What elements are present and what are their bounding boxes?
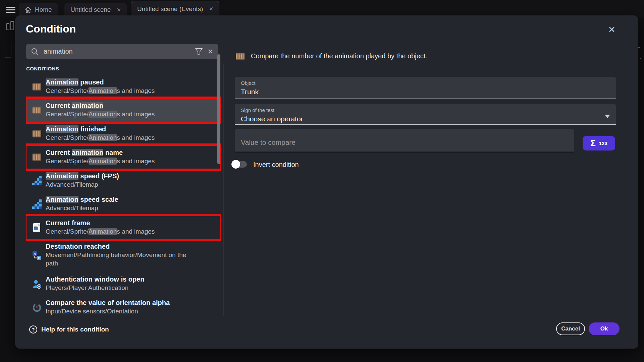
background-panel-edge (5, 42, 11, 58)
animation-icon (32, 106, 42, 115)
menu-icon[interactable] (6, 7, 15, 13)
condition-item-title: Authentication window is open (46, 275, 217, 284)
condition-item-path: Movement/Pathfinding behavior/Movement o… (46, 251, 217, 259)
list-section-header: CONDITIONS (26, 64, 221, 75)
condition-description: Compare the number of the animation play… (251, 52, 427, 60)
chevron-down-icon[interactable] (605, 115, 610, 118)
condition-search-bar: ✕ (26, 44, 218, 59)
help-link[interactable]: ? Help for this condition (29, 325, 109, 334)
condition-item[interactable]: Animation pausedGeneral/Sprite/Animation… (26, 75, 221, 99)
tab-home[interactable]: Home (19, 3, 58, 17)
selection-marquee (639, 36, 639, 48)
list-divider (223, 64, 224, 316)
condition-item[interactable]: Compare the value of orientation alphaIn… (26, 296, 221, 316)
expression-editor-button[interactable]: Σ 123 (583, 136, 615, 150)
operator-field-label: Sign of the test (241, 107, 610, 113)
numbers-123-icon: 123 (599, 140, 607, 146)
cancel-button[interactable]: Cancel (556, 322, 585, 335)
condition-item[interactable]: Animation speed scaleAdvanced/Tilemap (26, 192, 221, 216)
tab-label: Untitled scene (Events) (137, 5, 203, 13)
condition-item-path: General/Sprite/Animations and images (46, 110, 217, 118)
tab-untitled-scene-events[interactable]: Untitled scene (Events) × (131, 1, 219, 17)
tab-close-icon[interactable]: × (117, 6, 121, 14)
object-field-label: Object (241, 80, 610, 86)
condition-item[interactable]: Animation finishedGeneral/Sprite/Animati… (26, 122, 221, 145)
tab-label: Untitled scene (70, 6, 111, 13)
auth-icon (32, 279, 42, 289)
condition-item-path: General/Sprite/Animations and images (46, 86, 217, 95)
animation-icon (32, 129, 42, 138)
tilemap-icon (32, 199, 42, 209)
condition-item-path: General/Sprite/Animations and images (46, 133, 217, 142)
conditions-list: CONDITIONS Animation pausedGeneral/Sprit… (26, 64, 221, 316)
condition-item-path: Input/Device sensors/Orientation (46, 307, 217, 315)
condition-item-path: Advanced/Tilemap (46, 204, 217, 212)
dialog-title: Condition (26, 23, 76, 35)
invert-condition-label: Invert condition (253, 161, 299, 169)
condition-item-title: Current animation name (46, 148, 217, 157)
value-field-placeholder: Value to compare (241, 138, 568, 146)
sigma-icon: Σ (590, 138, 596, 148)
object-field-value: Trunk (241, 88, 610, 96)
frame-icon (32, 223, 42, 232)
tab-label: Home (35, 6, 52, 13)
condition-item[interactable]: ABDestination reachedMovement/Pathfindin… (26, 239, 221, 272)
operator-field-value: Choose an operator (241, 115, 610, 123)
condition-item[interactable]: Animation speed (FPS)Advanced/Tilemap (26, 169, 221, 192)
condition-item-title: Compare the value of orientation alpha (46, 298, 217, 307)
condition-item-title: Animation paused (46, 78, 217, 86)
animation-icon (32, 82, 42, 92)
tilemap-icon (32, 176, 42, 185)
ok-button[interactable]: Ok (589, 322, 620, 335)
condition-item[interactable]: Current animationGeneral/Sprite/Animatio… (26, 99, 221, 122)
svg-text:B: B (38, 256, 41, 260)
condition-item-path: General/Sprite/Animations and images (46, 157, 217, 165)
help-icon: ? (29, 325, 37, 334)
condition-item-title: Current animation (46, 101, 217, 110)
condition-item-title: Current frame (46, 219, 217, 227)
condition-item-path: path (46, 259, 217, 267)
condition-item[interactable]: Authentication window is openPlayers/Pla… (26, 272, 221, 296)
tab-close-icon[interactable]: × (209, 5, 213, 13)
condition-item-path: General/Sprite/Animations and images (46, 227, 217, 236)
svg-text:A: A (34, 252, 36, 255)
search-icon (31, 48, 39, 56)
operator-select[interactable]: Sign of the test Choose an operator (235, 104, 616, 125)
object-field[interactable]: Object Trunk (235, 77, 616, 99)
invert-condition-toggle[interactable] (231, 160, 248, 169)
animation-icon (32, 153, 42, 162)
condition-dialog: Condition × ✕ CONDITIONS Animation pause… (15, 15, 638, 349)
home-icon (25, 6, 32, 13)
list-scrollbar[interactable] (217, 54, 220, 164)
filter-icon[interactable] (195, 47, 203, 56)
clear-search-icon[interactable]: ✕ (207, 48, 213, 56)
path-icon: AB (32, 251, 42, 260)
condition-item-title: Animation speed scale (46, 195, 217, 204)
search-input[interactable] (44, 48, 195, 55)
condition-item-path: Players/Player Authentication (46, 284, 217, 292)
orientation-icon (32, 303, 42, 312)
help-label: Help for this condition (41, 326, 109, 333)
close-icon[interactable]: × (606, 23, 618, 36)
tab-untitled-scene[interactable]: Untitled scene × (64, 3, 127, 17)
tab-bar: Home Untitled scene × Untitled scene (Ev… (0, 0, 644, 17)
panels-icon[interactable] (6, 21, 14, 31)
animation-icon (235, 52, 244, 60)
value-to-compare-field[interactable]: Value to compare (235, 129, 574, 152)
condition-item-path: Advanced/Tilemap (46, 180, 217, 189)
condition-item-title: Animation speed (FPS) (46, 172, 217, 180)
condition-item-title: Destination reached (46, 242, 217, 251)
condition-item-title: Animation finished (46, 125, 217, 133)
condition-item[interactable]: Current frameGeneral/Sprite/Animations a… (26, 216, 221, 239)
condition-item[interactable]: Current animation nameGeneral/Sprite/Ani… (26, 145, 221, 169)
